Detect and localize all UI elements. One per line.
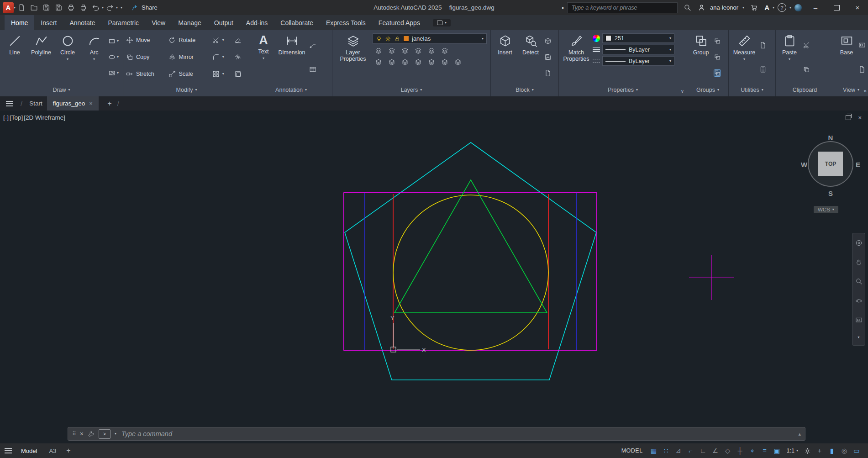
app-store-cart-icon[interactable]: [747, 0, 761, 15]
copy-clip-button[interactable]: [803, 66, 810, 73]
measure-button[interactable]: Measure▾: [731, 30, 758, 84]
base-view-button[interactable]: Base: [836, 30, 857, 84]
layer-isolate-button[interactable]: [386, 46, 397, 55]
model-space-indicator[interactable]: MODEL: [621, 447, 643, 454]
ribbon-tab-manage[interactable]: Manage: [172, 15, 208, 30]
new-drawing-tab-button[interactable]: +: [104, 100, 115, 108]
multileader-button[interactable]: [309, 42, 316, 49]
command-line-grip[interactable]: ⠿: [72, 431, 76, 437]
ribbon-tab-featured-apps[interactable]: Featured Apps: [372, 15, 426, 30]
object-snap-toggle[interactable]: ⌖: [747, 445, 758, 456]
dimension-tool-button[interactable]: Dimension: [276, 30, 308, 84]
viewport-config-button[interactable]: [858, 42, 866, 49]
navigation-wheel-icon[interactable]: [855, 239, 863, 247]
panel-footer-view[interactable]: View▾ »: [834, 84, 868, 96]
properties-dialog-launcher-icon[interactable]: ∨: [681, 89, 684, 94]
clean-screen-toggle[interactable]: ▭: [851, 445, 863, 456]
viewport-view-control[interactable]: [Top]: [9, 114, 23, 121]
move-button[interactable]: Move: [126, 35, 166, 46]
search-input[interactable]: [571, 4, 674, 11]
copy-button[interactable]: Copy: [126, 52, 166, 63]
command-line[interactable]: ⠿ × > ▾ ▴: [68, 427, 805, 441]
ribbon-tab-output[interactable]: Output: [208, 15, 240, 30]
navbar-caret-icon[interactable]: ▾: [857, 336, 859, 339]
layer-dropdown[interactable]: janelas ▾: [373, 33, 487, 44]
showmotion-icon[interactable]: [855, 316, 863, 324]
orbit-icon[interactable]: [855, 297, 863, 305]
ribbon-tab-express-tools[interactable]: Express Tools: [320, 15, 372, 30]
circle-tool-button[interactable]: Circle▾: [55, 30, 80, 84]
redo-caret-icon[interactable]: ▾: [116, 6, 118, 10]
stretch-button[interactable]: Stretch: [126, 68, 166, 79]
viewport-minimize-icon[interactable]: –: [836, 114, 839, 121]
layer-merge-button[interactable]: [439, 57, 450, 67]
workspace-switching-gear-icon[interactable]: [802, 447, 813, 454]
layer-thaw-button[interactable]: [412, 57, 424, 67]
help-icon[interactable]: ?: [774, 0, 789, 15]
offset-button[interactable]: [234, 68, 247, 79]
layout-menu-icon[interactable]: [5, 448, 12, 453]
quick-select-button[interactable]: [759, 42, 767, 49]
tab-start[interactable]: Start: [25, 100, 47, 107]
triangle[interactable]: [395, 180, 547, 313]
minimize-window-button[interactable]: –: [805, 0, 826, 15]
annotation-visibility-toggle[interactable]: +: [814, 445, 826, 456]
autodesk-account-icon[interactable]: A: [761, 0, 773, 15]
dynamic-input-toggle[interactable]: ⌐: [685, 445, 697, 456]
ungroup-button[interactable]: [714, 38, 721, 44]
panel-footer-utilities[interactable]: Utilities▾: [729, 84, 775, 96]
viewcube[interactable]: N W E S TOP WCS ▾: [805, 134, 856, 214]
panel-footer-properties[interactable]: Properties▾ ∨: [559, 84, 687, 96]
command-history-up-icon[interactable]: ▴: [798, 431, 801, 437]
layout-tab-a3[interactable]: A3: [49, 447, 56, 454]
outer-rectangle[interactable]: [344, 193, 597, 350]
grid-mode-toggle[interactable]: ▦: [648, 445, 660, 456]
object-color-dropdown[interactable]: 251 ▾: [602, 33, 674, 43]
quick-calculator-button[interactable]: [759, 66, 767, 73]
command-input[interactable]: [121, 430, 794, 438]
panel-footer-groups[interactable]: Groups▾: [687, 84, 728, 96]
ribbon-tab-home[interactable]: Home: [5, 15, 34, 30]
tab-figuras-geo[interactable]: figuras_geo ×: [47, 96, 99, 111]
search-icon[interactable]: [680, 0, 694, 15]
isolate-objects-toggle[interactable]: ◎: [838, 445, 850, 456]
wcs-selector[interactable]: WCS ▾: [814, 206, 838, 213]
linetype-dropdown[interactable]: ByLayer ▾: [602, 56, 674, 66]
panel-footer-annotation[interactable]: Annotation▾: [250, 84, 332, 96]
snap-mode-toggle[interactable]: ∷: [660, 445, 672, 456]
rotate-button[interactable]: Rotate: [168, 35, 209, 46]
save-as-button[interactable]: [53, 1, 65, 14]
ribbon-tab-insert[interactable]: Insert: [34, 15, 63, 30]
explode-button[interactable]: [234, 52, 247, 63]
ribbon-overflow-icon[interactable]: »: [863, 88, 867, 94]
pan-icon[interactable]: [855, 258, 863, 266]
ribbon-tab-add-ins[interactable]: Add-ins: [240, 15, 274, 30]
layer-lock-icon[interactable]: [394, 36, 400, 42]
command-customize-wrench-icon[interactable]: [88, 431, 95, 437]
plot-button[interactable]: [65, 1, 77, 14]
layer-properties-button[interactable]: Layer Properties: [334, 30, 372, 84]
match-properties-button[interactable]: Match Properties: [561, 30, 592, 84]
fillet-button[interactable]: ▾: [212, 52, 231, 63]
color-wheel-icon[interactable]: [593, 35, 600, 42]
write-block-button[interactable]: [544, 53, 552, 61]
layer-freeze-button[interactable]: [399, 46, 410, 55]
annotation-scale-control[interactable]: 1:1 ▾: [784, 447, 801, 454]
paste-button[interactable]: Paste▾: [778, 30, 801, 84]
viewport-visual-style-control[interactable]: [2D Wireframe]: [23, 114, 66, 121]
mirror-button[interactable]: Mirror: [168, 52, 209, 63]
share-button[interactable]: Share: [132, 4, 158, 11]
viewport-minus-control[interactable]: [-]: [3, 114, 9, 121]
infer-constraints-toggle[interactable]: ⊿: [673, 445, 684, 456]
insert-block-button[interactable]: Insert: [493, 30, 517, 84]
model-tab[interactable]: Model: [21, 447, 37, 454]
viewcube-south[interactable]: S: [805, 190, 856, 197]
publish-button[interactable]: [77, 1, 89, 14]
layer-color-swatch[interactable]: [403, 36, 409, 42]
user-avatar-icon[interactable]: [694, 0, 709, 15]
erase-button[interactable]: [234, 35, 247, 46]
layer-on-bulb-icon[interactable]: [376, 36, 382, 42]
viewcube-north[interactable]: N: [805, 134, 856, 142]
layer-unlock-button[interactable]: [426, 57, 437, 67]
ortho-mode-toggle[interactable]: ∟: [697, 445, 709, 456]
